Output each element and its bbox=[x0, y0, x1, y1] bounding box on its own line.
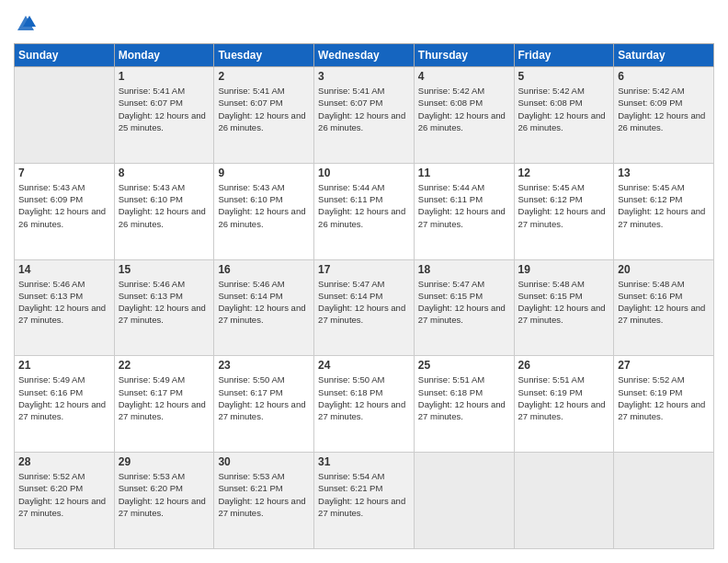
day-info: Sunrise: 5:53 AMSunset: 6:20 PMDaylight:… bbox=[119, 470, 210, 519]
day-info: Sunrise: 5:42 AMSunset: 6:09 PMDaylight:… bbox=[618, 85, 710, 133]
day-number: 31 bbox=[318, 455, 410, 468]
calendar-header-wednesday: Wednesday bbox=[314, 44, 415, 67]
calendar-day-cell bbox=[15, 67, 115, 164]
calendar-day-cell: 24Sunrise: 5:50 AMSunset: 6:18 PMDayligh… bbox=[314, 356, 415, 453]
day-info: Sunrise: 5:45 AMSunset: 6:12 PMDaylight:… bbox=[618, 181, 710, 230]
calendar-day-cell: 28Sunrise: 5:52 AMSunset: 6:20 PMDayligh… bbox=[15, 453, 115, 549]
calendar-day-cell: 25Sunrise: 5:51 AMSunset: 6:18 PMDayligh… bbox=[414, 356, 514, 453]
calendar-day-cell: 6Sunrise: 5:42 AMSunset: 6:09 PMDaylight… bbox=[614, 67, 714, 164]
day-info: Sunrise: 5:51 AMSunset: 6:19 PMDaylight:… bbox=[518, 373, 610, 422]
day-number: 29 bbox=[119, 455, 210, 468]
calendar-day-cell: 15Sunrise: 5:46 AMSunset: 6:13 PMDayligh… bbox=[114, 259, 214, 356]
day-info: Sunrise: 5:51 AMSunset: 6:18 PMDaylight:… bbox=[418, 373, 510, 422]
day-number: 2 bbox=[218, 70, 310, 83]
day-number: 4 bbox=[418, 70, 510, 83]
calendar-day-cell: 30Sunrise: 5:53 AMSunset: 6:21 PMDayligh… bbox=[214, 453, 314, 549]
calendar-header-friday: Friday bbox=[514, 44, 614, 67]
day-number: 22 bbox=[119, 359, 210, 372]
day-number: 16 bbox=[218, 263, 310, 276]
calendar-day-cell: 1Sunrise: 5:41 AMSunset: 6:07 PMDaylight… bbox=[114, 67, 214, 164]
day-number: 26 bbox=[518, 359, 610, 372]
calendar-day-cell: 10Sunrise: 5:44 AMSunset: 6:11 PMDayligh… bbox=[314, 163, 415, 259]
day-number: 12 bbox=[518, 167, 610, 179]
calendar-day-cell: 27Sunrise: 5:52 AMSunset: 6:19 PMDayligh… bbox=[614, 356, 714, 453]
day-info: Sunrise: 5:41 AMSunset: 6:07 PMDaylight:… bbox=[318, 85, 410, 133]
day-number: 13 bbox=[618, 167, 710, 179]
calendar-day-cell: 14Sunrise: 5:46 AMSunset: 6:13 PMDayligh… bbox=[15, 259, 115, 356]
day-info: Sunrise: 5:43 AMSunset: 6:10 PMDaylight:… bbox=[119, 181, 210, 230]
day-info: Sunrise: 5:44 AMSunset: 6:11 PMDaylight:… bbox=[418, 181, 510, 230]
calendar-header-tuesday: Tuesday bbox=[214, 44, 314, 67]
calendar-day-cell: 22Sunrise: 5:49 AMSunset: 6:17 PMDayligh… bbox=[114, 356, 214, 453]
calendar-day-cell: 13Sunrise: 5:45 AMSunset: 6:12 PMDayligh… bbox=[614, 163, 714, 259]
day-info: Sunrise: 5:52 AMSunset: 6:19 PMDaylight:… bbox=[618, 373, 710, 422]
day-number: 25 bbox=[418, 359, 510, 372]
day-number: 6 bbox=[618, 70, 710, 83]
calendar-day-cell bbox=[614, 453, 714, 549]
day-number: 20 bbox=[618, 263, 710, 276]
calendar-day-cell: 31Sunrise: 5:54 AMSunset: 6:21 PMDayligh… bbox=[314, 453, 415, 549]
calendar-header-thursday: Thursday bbox=[414, 44, 514, 67]
day-number: 5 bbox=[518, 70, 610, 83]
day-number: 17 bbox=[318, 263, 410, 276]
day-number: 10 bbox=[318, 167, 410, 179]
calendar-header-monday: Monday bbox=[114, 44, 214, 67]
calendar-day-cell: 23Sunrise: 5:50 AMSunset: 6:17 PMDayligh… bbox=[214, 356, 314, 453]
calendar-day-cell: 2Sunrise: 5:41 AMSunset: 6:07 PMDaylight… bbox=[214, 67, 314, 164]
day-number: 14 bbox=[18, 263, 110, 276]
calendar-day-cell: 29Sunrise: 5:53 AMSunset: 6:20 PMDayligh… bbox=[114, 453, 214, 549]
calendar-day-cell bbox=[414, 453, 514, 549]
calendar-week-row: 14Sunrise: 5:46 AMSunset: 6:13 PMDayligh… bbox=[15, 259, 714, 356]
day-info: Sunrise: 5:47 AMSunset: 6:15 PMDaylight:… bbox=[418, 278, 510, 327]
logo bbox=[14, 14, 36, 34]
day-info: Sunrise: 5:43 AMSunset: 6:10 PMDaylight:… bbox=[218, 181, 310, 230]
calendar-week-row: 21Sunrise: 5:49 AMSunset: 6:16 PMDayligh… bbox=[15, 356, 714, 453]
calendar-day-cell: 20Sunrise: 5:48 AMSunset: 6:16 PMDayligh… bbox=[614, 259, 714, 356]
day-number: 23 bbox=[218, 359, 310, 372]
day-info: Sunrise: 5:45 AMSunset: 6:12 PMDaylight:… bbox=[518, 181, 610, 230]
day-info: Sunrise: 5:48 AMSunset: 6:16 PMDaylight:… bbox=[618, 278, 710, 327]
day-number: 11 bbox=[418, 167, 510, 179]
day-number: 7 bbox=[18, 167, 110, 179]
day-number: 1 bbox=[119, 70, 210, 83]
day-number: 9 bbox=[218, 167, 310, 179]
calendar-day-cell: 9Sunrise: 5:43 AMSunset: 6:10 PMDaylight… bbox=[214, 163, 314, 259]
day-info: Sunrise: 5:53 AMSunset: 6:21 PMDaylight:… bbox=[218, 470, 310, 519]
calendar-day-cell bbox=[514, 453, 614, 549]
calendar: SundayMondayTuesdayWednesdayThursdayFrid… bbox=[14, 43, 714, 549]
day-number: 28 bbox=[18, 455, 110, 468]
calendar-day-cell: 18Sunrise: 5:47 AMSunset: 6:15 PMDayligh… bbox=[414, 259, 514, 356]
day-info: Sunrise: 5:47 AMSunset: 6:14 PMDaylight:… bbox=[318, 278, 410, 327]
calendar-header-row: SundayMondayTuesdayWednesdayThursdayFrid… bbox=[15, 44, 714, 67]
day-info: Sunrise: 5:49 AMSunset: 6:16 PMDaylight:… bbox=[18, 373, 110, 422]
day-info: Sunrise: 5:49 AMSunset: 6:17 PMDaylight:… bbox=[119, 373, 210, 422]
calendar-day-cell: 4Sunrise: 5:42 AMSunset: 6:08 PMDaylight… bbox=[414, 67, 514, 164]
day-number: 3 bbox=[318, 70, 410, 83]
calendar-day-cell: 16Sunrise: 5:46 AMSunset: 6:14 PMDayligh… bbox=[214, 259, 314, 356]
calendar-week-row: 1Sunrise: 5:41 AMSunset: 6:07 PMDaylight… bbox=[15, 67, 714, 164]
calendar-day-cell: 8Sunrise: 5:43 AMSunset: 6:10 PMDaylight… bbox=[114, 163, 214, 259]
day-number: 27 bbox=[618, 359, 710, 372]
calendar-week-row: 7Sunrise: 5:43 AMSunset: 6:09 PMDaylight… bbox=[15, 163, 714, 259]
day-info: Sunrise: 5:41 AMSunset: 6:07 PMDaylight:… bbox=[119, 85, 210, 133]
day-info: Sunrise: 5:46 AMSunset: 6:14 PMDaylight:… bbox=[218, 278, 310, 327]
day-info: Sunrise: 5:41 AMSunset: 6:07 PMDaylight:… bbox=[218, 85, 310, 133]
day-info: Sunrise: 5:50 AMSunset: 6:18 PMDaylight:… bbox=[318, 373, 410, 422]
calendar-day-cell: 11Sunrise: 5:44 AMSunset: 6:11 PMDayligh… bbox=[414, 163, 514, 259]
calendar-day-cell: 17Sunrise: 5:47 AMSunset: 6:14 PMDayligh… bbox=[314, 259, 415, 356]
calendar-day-cell: 26Sunrise: 5:51 AMSunset: 6:19 PMDayligh… bbox=[514, 356, 614, 453]
calendar-header-sunday: Sunday bbox=[15, 44, 115, 67]
day-number: 19 bbox=[518, 263, 610, 276]
day-number: 18 bbox=[418, 263, 510, 276]
calendar-day-cell: 5Sunrise: 5:42 AMSunset: 6:08 PMDaylight… bbox=[514, 67, 614, 164]
day-info: Sunrise: 5:48 AMSunset: 6:15 PMDaylight:… bbox=[518, 278, 610, 327]
logo-icon bbox=[16, 14, 36, 34]
calendar-week-row: 28Sunrise: 5:52 AMSunset: 6:20 PMDayligh… bbox=[15, 453, 714, 549]
calendar-day-cell: 12Sunrise: 5:45 AMSunset: 6:12 PMDayligh… bbox=[514, 163, 614, 259]
calendar-day-cell: 19Sunrise: 5:48 AMSunset: 6:15 PMDayligh… bbox=[514, 259, 614, 356]
calendar-header-saturday: Saturday bbox=[614, 44, 714, 67]
day-number: 21 bbox=[18, 359, 110, 372]
header bbox=[14, 14, 714, 34]
day-info: Sunrise: 5:42 AMSunset: 6:08 PMDaylight:… bbox=[518, 85, 610, 133]
day-number: 24 bbox=[318, 359, 410, 372]
